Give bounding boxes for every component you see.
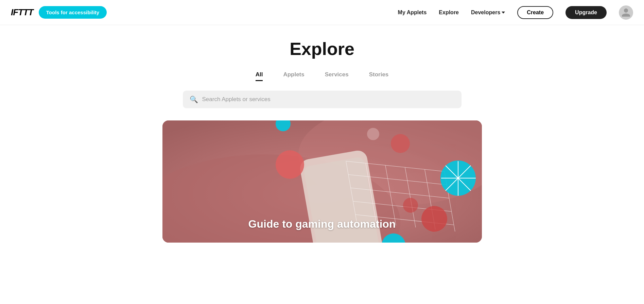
nav-explore[interactable]: Explore <box>439 10 459 16</box>
navbar-left: IFTTT Tools for accessibility <box>11 6 107 19</box>
hero-title: Guide to gaming automation <box>162 218 482 230</box>
user-icon <box>621 7 631 18</box>
nav-my-applets[interactable]: My Applets <box>398 10 427 16</box>
logo[interactable]: IFTTT <box>11 7 33 18</box>
tab-stories[interactable]: Stories <box>369 71 389 81</box>
main-content: Explore All Applets Services Stories 🔍 <box>0 25 644 243</box>
svg-point-18 <box>391 134 410 153</box>
tab-services[interactable]: Services <box>325 71 349 81</box>
tab-applets[interactable]: Applets <box>283 71 304 81</box>
svg-point-19 <box>367 128 379 140</box>
svg-point-26 <box>403 198 418 213</box>
navbar-right: My Applets Explore Developers Create Upg… <box>398 5 633 20</box>
avatar[interactable] <box>619 5 633 20</box>
svg-point-17 <box>276 150 304 179</box>
navbar: IFTTT Tools for accessibility My Applets… <box>0 0 644 25</box>
tab-all[interactable]: All <box>256 71 263 81</box>
search-container: 🔍 <box>183 91 462 108</box>
accessibility-button[interactable]: Tools for accessibility <box>39 6 107 19</box>
create-button[interactable]: Create <box>517 6 553 19</box>
tabs-container: All Applets Services Stories <box>256 71 389 81</box>
search-icon: 🔍 <box>190 95 198 103</box>
page-title: Explore <box>290 39 354 59</box>
hero-banner: Guide to gaming automation <box>162 120 482 243</box>
nav-developers[interactable]: Developers <box>471 10 505 16</box>
chevron-down-icon <box>502 12 505 14</box>
search-input[interactable] <box>202 96 455 103</box>
upgrade-button[interactable]: Upgrade <box>565 6 607 19</box>
